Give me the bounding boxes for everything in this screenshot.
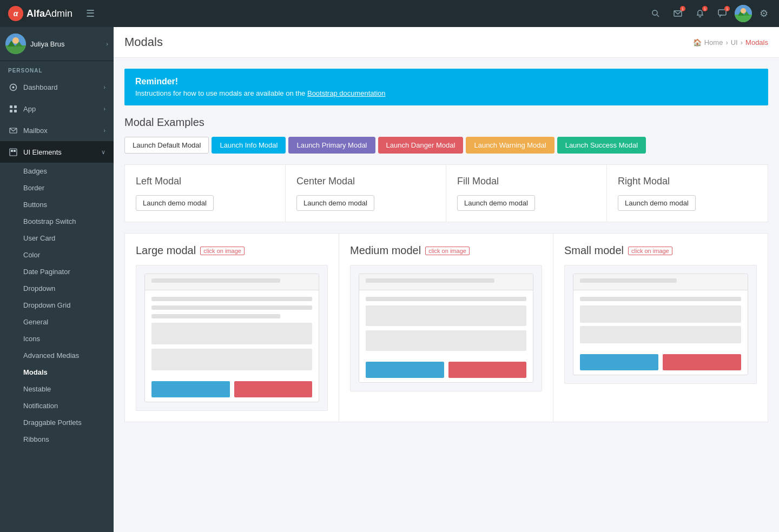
small-modal-card[interactable]: Small model click on image (553, 234, 768, 422)
bell-badge: 1 (702, 6, 708, 11)
sidebar-subitem-label-notification: Notification (23, 402, 58, 410)
medium-modal-card[interactable]: Medium model click on image (339, 234, 553, 422)
launch-success-modal-button[interactable]: Launch Success Modal (557, 137, 646, 154)
sidebar-subitem-border[interactable]: Border (0, 179, 114, 196)
sidebar-subitem-ribbons[interactable]: Ribbons (0, 431, 114, 448)
launch-center-modal-button[interactable]: Launch demo modal (296, 195, 374, 211)
sidebar-subitem-label-date-paginator: Date Paginator (23, 268, 70, 276)
sidebar-subitem-dropdown-grid[interactable]: Dropdown Grid (0, 297, 114, 314)
sidebar-subitem-advanced-medias[interactable]: Advanced Medias (0, 347, 114, 364)
mock-line (151, 297, 312, 301)
page-content: Reminder! Instructions for how to use mo… (114, 58, 779, 532)
breadcrumb-sep-2: › (741, 38, 743, 46)
launch-info-modal-button[interactable]: Launch Info Modal (212, 137, 286, 154)
small-mock-modal (573, 274, 748, 375)
sidebar-item-mailbox[interactable]: Mailbox › (0, 119, 114, 141)
breadcrumb-current: Modals (745, 38, 768, 46)
dashboard-icon (8, 82, 18, 92)
sidebar-subitem-label-color: Color (23, 251, 40, 259)
sidebar-subitem-general[interactable]: General (0, 314, 114, 330)
main-layout: Juliya Brus › PERSONAL Dashboard › App ›… (0, 27, 779, 532)
sidebar-item-dashboard[interactable]: Dashboard › (0, 76, 114, 98)
mock-input (580, 305, 741, 323)
avatar-image (735, 5, 752, 22)
svg-point-8 (741, 8, 746, 14)
svg-point-13 (12, 37, 19, 44)
svg-rect-19 (14, 110, 17, 112)
mock-cancel-button (663, 354, 741, 370)
sidebar-item-app[interactable]: App › (0, 98, 114, 119)
sidebar-subitem-nestable[interactable]: Nestable (0, 381, 114, 397)
sidebar-subitem-color[interactable]: Color (0, 247, 114, 263)
sidebar-subitem-bootstrap-switch[interactable]: Bootstrap Switch (0, 213, 114, 230)
sidebar-subitem-modals[interactable]: Modals (0, 364, 114, 381)
modal-examples-title: Modal Examples (124, 116, 768, 129)
sidebar-toggle-button[interactable]: ☰ (83, 5, 97, 22)
launch-primary-modal-button[interactable]: Launch Primary Modal (288, 137, 375, 154)
launch-fill-modal-button[interactable]: Launch demo modal (457, 195, 535, 211)
small-modal-header: Small model click on image (564, 244, 757, 257)
sidebar-subitem-notification[interactable]: Notification (0, 397, 114, 414)
sidebar-subitem-date-paginator[interactable]: Date Paginator (0, 263, 114, 280)
mock-confirm-button (151, 381, 230, 397)
notifications-button[interactable]: 1 (690, 4, 710, 23)
small-mock-body (573, 290, 748, 350)
sidebar-item-label-ui-elements: UI Elements (23, 148, 62, 156)
large-modal-card[interactable]: Large modal click on image (125, 234, 339, 422)
mock-input (366, 305, 526, 326)
launch-right-modal-button[interactable]: Launch demo modal (618, 195, 696, 211)
sidebar-subitem-label-ribbons: Ribbons (23, 435, 49, 443)
mailbox-icon (8, 125, 18, 135)
sidebar-subitem-label-border: Border (23, 184, 44, 192)
breadcrumb-section[interactable]: UI (731, 38, 738, 46)
sidebar-subitem-label-bootstrap-switch: Bootstrap Switch (23, 217, 76, 225)
dashboard-arrow-icon: › (103, 84, 105, 90)
chat-button[interactable]: 1 (712, 4, 732, 23)
settings-button[interactable]: ⚙ (757, 5, 771, 22)
bootstrap-docs-link[interactable]: Bootstrap documentation (307, 89, 386, 97)
sidebar-user-arrow-icon: › (106, 41, 108, 47)
search-button[interactable] (646, 4, 665, 23)
svg-rect-21 (10, 149, 17, 156)
breadcrumb: 🏠 Home › UI › Modals (693, 38, 768, 46)
mock-input (580, 326, 741, 343)
launch-warning-modal-button[interactable]: Launch Warning Modal (466, 137, 554, 154)
svg-rect-23 (14, 150, 16, 152)
medium-mock-footer (359, 357, 533, 382)
launch-left-modal-button[interactable]: Launch demo modal (136, 195, 214, 211)
sidebar-subitem-badges[interactable]: Badges (0, 163, 114, 179)
medium-modal-title: Medium model (350, 244, 421, 257)
sidebar-subitem-buttons[interactable]: Buttons (0, 196, 114, 213)
mock-input (366, 330, 526, 351)
launch-default-modal-button[interactable]: Launch Default Modal (124, 137, 209, 154)
medium-mock-body (359, 290, 533, 357)
center-modal-title: Center Modal (296, 176, 435, 187)
ui-elements-arrow-icon: ∨ (101, 149, 105, 156)
launch-danger-modal-button[interactable]: Launch Danger Modal (378, 137, 464, 154)
mock-confirm-button (366, 362, 444, 378)
sidebar-subitem-user-card[interactable]: User Card (0, 230, 114, 247)
breadcrumb-home[interactable]: Home (704, 38, 723, 46)
sidebar-subitem-dropdown[interactable]: Dropdown (0, 280, 114, 297)
sidebar-subitem-label-buttons: Buttons (23, 201, 47, 209)
left-modal-card: Left Modal Launch demo modal (125, 165, 286, 222)
topbar: α AlfaAdmin ☰ 1 1 1 ⚙ (0, 0, 779, 27)
large-modal-preview (136, 265, 328, 411)
sidebar-subitem-draggable-portlets[interactable]: Draggable Portlets (0, 414, 114, 431)
mock-cancel-button (448, 362, 527, 378)
mock-line (580, 278, 677, 283)
user-avatar[interactable] (735, 5, 752, 22)
modal-size-cards: Large modal click on image (124, 233, 768, 422)
mail-badge: 1 (680, 6, 685, 11)
mail-button[interactable]: 1 (668, 4, 688, 23)
svg-line-1 (657, 15, 659, 17)
svg-rect-17 (14, 105, 17, 108)
app-logo[interactable]: α AlfaAdmin (8, 6, 72, 21)
mock-line (151, 305, 312, 310)
sidebar-subitem-label-user-card: User Card (23, 234, 55, 242)
sidebar-item-ui-elements[interactable]: UI Elements ∨ (0, 141, 114, 163)
sidebar-user-profile[interactable]: Juliya Brus › (0, 27, 114, 61)
svg-rect-5 (735, 15, 752, 22)
sidebar-subitem-label-general: General (23, 318, 48, 326)
sidebar-subitem-icons[interactable]: Icons (0, 330, 114, 347)
